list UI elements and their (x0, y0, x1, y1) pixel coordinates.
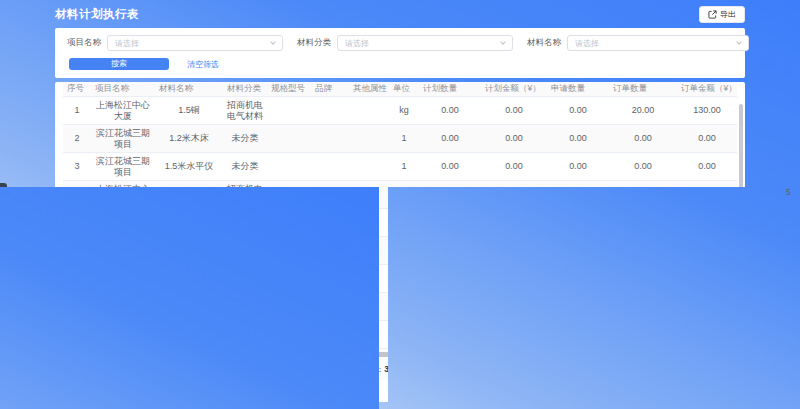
material-category-label: 材料分类 (297, 37, 331, 49)
column-header: 项目名称 (91, 82, 155, 97)
table-cell: 招商机电 电气材料 (223, 97, 267, 125)
export-label: 导出 (720, 9, 736, 20)
material-name-select[interactable]: 请选择 (567, 35, 749, 51)
clear-filter-link[interactable]: 清空筛选 (187, 59, 219, 70)
table-header-row: 序号项目名称材料名称材料分类规格型号品牌其他属性单位计划数量计划金额（¥）申请数… (63, 82, 737, 97)
table-cell: 滨江花城三期项目 (91, 125, 155, 153)
table-cell: 滨江花城三期项目 (91, 153, 155, 181)
table-cell: 0.00 (419, 125, 481, 153)
column-header: 申请数量 (547, 82, 609, 97)
table-cell (349, 97, 389, 125)
table-cell: 上海松江中心大厦 (91, 97, 155, 125)
table-cell: 3 (63, 153, 91, 181)
table-cell (267, 97, 311, 125)
pagination: 共 1673 条 ‹ 123456···84 › 前往 页 (63, 382, 737, 400)
material-category-select[interactable]: 请选择 (337, 35, 513, 51)
table-cell: 0.00 (609, 153, 677, 181)
page: 材料计划执行表 导出 项目名称 请选择 材料分类 请选择 (0, 0, 800, 409)
table-cell: kg (389, 97, 419, 125)
table-cell: 0.00 (419, 153, 481, 181)
table-cell: 0.00 (481, 125, 547, 153)
table-cell: 未分类 (223, 153, 267, 181)
table-cell (311, 97, 349, 125)
material-name-placeholder: 请选择 (575, 38, 599, 49)
table-cell: 1.2米木床 (155, 125, 223, 153)
project-name-field: 项目名称 请选择 (67, 35, 283, 51)
column-header: 单位 (389, 82, 419, 97)
column-header: 其他属性 (349, 82, 389, 97)
table-row[interactable]: 1上海松江中心大厦1.5铜招商机电 电气材料kg0.000.000.0020.0… (63, 97, 737, 125)
table-cell: 0.00 (547, 153, 609, 181)
table-cell: 0.00 (677, 153, 737, 181)
page-buttons: 123456···84 (0, 187, 800, 409)
chevron-down-icon (736, 39, 742, 45)
table-cell: 0.00 (547, 125, 609, 153)
table-cell: 0.00 (547, 97, 609, 125)
table-cell (311, 153, 349, 181)
table-cell: 1.5米水平仪 (155, 153, 223, 181)
table-cell: 0.00 (609, 125, 677, 153)
table-row[interactable]: 3滨江花城三期项目1.5米水平仪未分类10.000.000.000.000.00 (63, 153, 737, 181)
material-name-label: 材料名称 (527, 37, 561, 49)
table-cell: 0.00 (677, 125, 737, 153)
column-header: 材料名称 (155, 82, 223, 97)
filter-panel: 项目名称 请选择 材料分类 请选择 材料名称 请选择 (55, 28, 745, 78)
material-category-field: 材料分类 请选择 (297, 35, 513, 51)
chevron-down-icon (270, 39, 276, 45)
table-cell: 0.00 (481, 153, 547, 181)
table-cell: 2 (63, 125, 91, 153)
project-name-label: 项目名称 (67, 37, 101, 49)
table-row[interactable]: 2滨江花城三期项目1.2米木床未分类10.000.000.000.000.00 (63, 125, 737, 153)
export-button[interactable]: 导出 (699, 6, 745, 23)
titlebar: 材料计划执行表 导出 (55, 0, 745, 28)
table-cell: 1 (63, 97, 91, 125)
search-button[interactable]: 搜索 (69, 58, 169, 70)
table-cell: 0.00 (481, 97, 547, 125)
table-cell: 1 (389, 125, 419, 153)
filter-row: 项目名称 请选择 材料分类 请选择 材料名称 请选择 (67, 35, 733, 51)
table-cell (267, 125, 311, 153)
table-panel: 序号项目名称材料名称材料分类规格型号品牌其他属性单位计划数量计划金额（¥）申请数… (55, 82, 745, 402)
column-header: 订单数量 (609, 82, 677, 97)
column-header: 计划金额（¥） (481, 82, 547, 97)
filter-actions: 搜索 清空筛选 (67, 58, 733, 70)
material-category-placeholder: 请选择 (345, 38, 369, 49)
export-icon (708, 10, 717, 19)
table-cell (349, 125, 389, 153)
column-header: 序号 (63, 82, 91, 97)
project-select[interactable]: 请选择 (107, 35, 283, 51)
material-name-field: 材料名称 请选择 (527, 35, 749, 51)
table-cell: 1.5铜 (155, 97, 223, 125)
table-cell: 130.00 (677, 97, 737, 125)
table-cell: 1 (389, 153, 419, 181)
column-header: 规格型号 (267, 82, 311, 97)
project-select-placeholder: 请选择 (115, 38, 139, 49)
column-header: 品牌 (311, 82, 349, 97)
column-header: 计划数量 (419, 82, 481, 97)
table-cell: 未分类 (223, 125, 267, 153)
column-header: 材料分类 (223, 82, 267, 97)
page-button-4[interactable]: 4 (0, 187, 379, 409)
column-header: 订单金额（¥） (677, 82, 737, 97)
table-cell: 20.00 (609, 97, 677, 125)
table-cell (267, 153, 311, 181)
chevron-down-icon (500, 39, 506, 45)
page-title: 材料计划执行表 (55, 7, 139, 22)
table-cell (349, 153, 389, 181)
table-cell: 0.00 (419, 97, 481, 125)
page-button-5[interactable]: 5 (388, 187, 800, 409)
table-cell (311, 125, 349, 153)
